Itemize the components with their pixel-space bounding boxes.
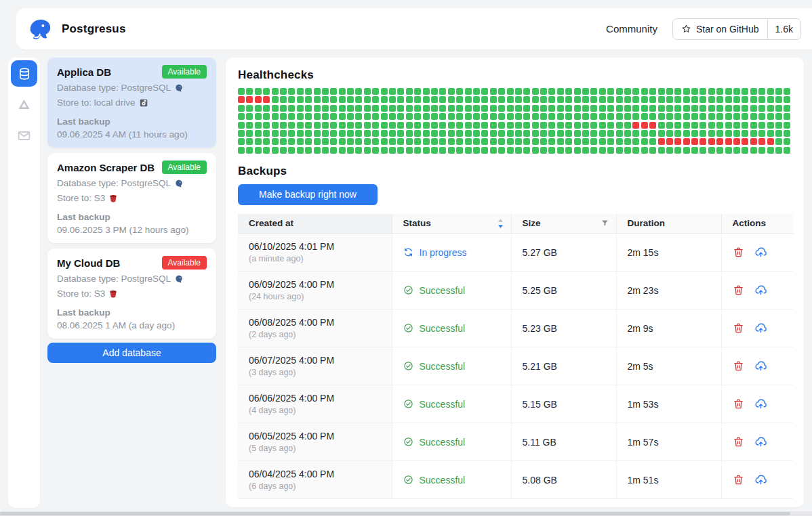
healthcheck-cell <box>767 88 774 95</box>
healthcheck-cell <box>658 105 665 112</box>
healthcheck-cell <box>742 88 748 95</box>
filter-icon[interactable] <box>601 219 609 228</box>
healthcheck-cell <box>263 147 270 154</box>
delete-backup-button[interactable] <box>733 360 744 372</box>
restore-backup-button[interactable] <box>755 398 767 410</box>
healthcheck-cell <box>246 88 253 95</box>
healthcheck-cell <box>590 113 597 120</box>
healthcheck-cell <box>540 105 547 112</box>
healthcheck-cell <box>314 105 321 112</box>
restore-backup-button[interactable] <box>755 322 767 334</box>
healthcheck-cell <box>339 96 346 103</box>
healthcheck-cell <box>456 122 463 129</box>
healthcheck-cell <box>767 105 774 112</box>
delete-backup-button[interactable] <box>733 398 744 410</box>
make-backup-button[interactable]: Make backup right now <box>238 184 378 205</box>
healthcheck-cell <box>389 88 396 95</box>
nav-item-storages[interactable] <box>11 91 37 118</box>
add-database-button[interactable]: Add database <box>47 343 216 363</box>
nav-item-databases[interactable] <box>11 60 37 87</box>
healthcheck-cell <box>389 96 396 103</box>
database-type: Database type: PostgreSQL <box>57 178 207 189</box>
delete-backup-button[interactable] <box>733 474 744 486</box>
col-header-status[interactable]: Status <box>392 214 511 234</box>
delete-backup-button[interactable] <box>733 322 744 334</box>
healthcheck-cell <box>599 138 606 145</box>
healthcheck-cell <box>674 96 681 103</box>
size-cell: 5.27 GB <box>511 234 616 272</box>
restore-backup-button[interactable] <box>755 436 767 448</box>
status-label: Successful <box>420 437 466 448</box>
healthcheck-cell <box>658 130 665 137</box>
healthcheck-cell <box>498 113 505 120</box>
healthcheck-cell <box>616 96 623 103</box>
healthcheck-cell <box>784 96 790 103</box>
database-store: Store to: local drive <box>57 98 207 108</box>
delete-backup-button[interactable] <box>733 284 744 296</box>
healthcheck-cell <box>406 138 413 145</box>
check-circle-icon <box>403 437 413 447</box>
healthcheck-cell <box>523 130 530 137</box>
healthcheck-cell <box>238 96 245 103</box>
restore-backup-button[interactable] <box>755 246 767 258</box>
healthcheck-cell <box>641 130 648 137</box>
healthcheck-cell <box>347 122 354 129</box>
healthcheck-cell <box>456 88 463 95</box>
created-at-cell: 06/04/2025 4:00 PM(6 days ago) <box>238 461 392 499</box>
healthcheck-cell <box>649 147 656 154</box>
healthcheck-cell <box>507 122 514 129</box>
healthcheck-cell <box>725 130 732 137</box>
healthcheck-cell <box>515 96 522 103</box>
scrollbar-thumb[interactable] <box>0 512 790 515</box>
healthcheck-cell <box>742 138 748 145</box>
healthcheck-cell <box>372 147 379 154</box>
github-star-button[interactable]: Star on GitHub 1.6k <box>672 18 801 40</box>
created-at-ago: (2 days ago) <box>249 330 385 339</box>
healthcheck-cell <box>314 88 321 95</box>
sort-icon[interactable] <box>497 217 504 230</box>
healthcheck-cell <box>305 96 312 103</box>
restore-backup-button[interactable] <box>755 284 767 296</box>
community-link[interactable]: Community <box>606 23 657 35</box>
healthcheck-cell <box>406 147 413 154</box>
delete-backup-button[interactable] <box>733 436 744 448</box>
delete-backup-button[interactable] <box>733 246 744 258</box>
restore-backup-button[interactable] <box>755 360 767 372</box>
healthcheck-cell <box>758 113 765 120</box>
healthcheck-cell <box>330 113 337 120</box>
healthcheck-cell <box>372 88 379 95</box>
healthcheck-cell <box>263 130 270 137</box>
database-card[interactable]: Amazon Scraper DBAvailableDatabase type:… <box>47 153 216 243</box>
healthcheck-cell <box>364 138 371 145</box>
healthcheck-cell <box>532 130 539 137</box>
healthcheck-cell <box>465 130 472 137</box>
healthcheck-cell <box>632 88 639 95</box>
healthcheck-cell <box>481 147 488 154</box>
restore-backup-button[interactable] <box>755 474 767 486</box>
healthcheck-cell <box>666 113 673 120</box>
healthcheck-cell <box>246 147 253 154</box>
healthcheck-cell <box>305 113 312 120</box>
healthcheck-cell <box>347 105 354 112</box>
healthcheck-cell <box>691 96 698 103</box>
healthcheck-cell <box>255 122 262 129</box>
healthcheck-cell <box>607 105 614 112</box>
healthcheck-cell <box>431 122 438 129</box>
healthcheck-cell <box>599 130 606 137</box>
healthcheck-cell <box>725 138 732 145</box>
healthcheck-cell <box>465 105 472 112</box>
github-star-count: 1.6k <box>767 19 800 39</box>
col-header-duration: Duration <box>616 214 721 234</box>
horizontal-scrollbar[interactable] <box>0 511 812 516</box>
healthcheck-cell <box>272 105 279 112</box>
nav-item-notifiers[interactable] <box>11 123 37 149</box>
drive-icon <box>17 98 31 112</box>
healthcheck-cell <box>574 113 581 120</box>
created-at-ago: (4 days ago) <box>249 406 385 415</box>
healthcheck-cell <box>397 130 404 137</box>
database-type: Database type: PostgreSQL <box>57 83 207 93</box>
healthcheck-cell <box>582 122 589 129</box>
healthcheck-cell <box>431 88 438 95</box>
database-card[interactable]: Applica DBAvailableDatabase type: Postgr… <box>47 58 216 148</box>
database-card[interactable]: My Cloud DBAvailableDatabase type: Postg… <box>47 249 216 339</box>
